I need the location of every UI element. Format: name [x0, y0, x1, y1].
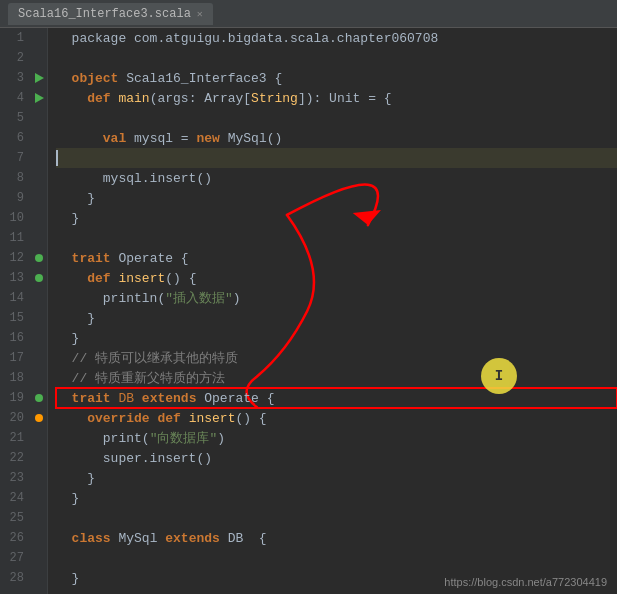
gutter-row: 11 — [0, 228, 47, 248]
token-plain: { — [181, 251, 189, 266]
line-indicator — [30, 394, 48, 402]
token-plain: } — [56, 491, 79, 506]
gutter-row: 10 — [0, 208, 47, 228]
token-cn: Operate — [118, 251, 180, 266]
gutter-row: 1 — [0, 28, 47, 48]
line-number: 17 — [0, 351, 30, 365]
line-number: 12 — [0, 251, 30, 265]
line-number: 7 — [0, 151, 30, 165]
token-tp2: String — [251, 91, 298, 106]
token-plain: = { — [360, 91, 391, 106]
code-line — [56, 48, 617, 68]
code-line: super.insert() — [56, 448, 617, 468]
title-bar: Scala16_Interface3.scala ✕ — [0, 0, 617, 28]
gutter-row: 19 — [0, 388, 47, 408]
gutter-row: 9 — [0, 188, 47, 208]
gutter-row: 4 — [0, 88, 47, 108]
code-line: // 特质重新父特质的方法 — [56, 368, 617, 388]
line-indicator — [30, 254, 48, 262]
editor: 1234567891011121314151617181920212223242… — [0, 28, 617, 594]
token-plain: = — [173, 131, 196, 146]
tab-label: Scala16_Interface3.scala — [18, 7, 191, 21]
line-number: 18 — [0, 371, 30, 385]
token-tp: Unit — [321, 91, 360, 106]
breakpoint-dot-icon[interactable] — [35, 254, 43, 262]
tab[interactable]: Scala16_Interface3.scala ✕ — [8, 3, 213, 25]
line-number: 23 — [0, 471, 30, 485]
token-kw: new — [196, 131, 227, 146]
token-plain: } — [56, 191, 95, 206]
token-plain: mysql.insert() — [56, 171, 212, 186]
token-str: "向数据库" — [150, 429, 218, 447]
line-number: 10 — [0, 211, 30, 225]
token-plain: { — [267, 391, 275, 406]
token-plain: println( — [56, 291, 165, 306]
line-number: 22 — [0, 451, 30, 465]
line-number: 28 — [0, 571, 30, 585]
code-line — [56, 548, 617, 568]
line-number: 11 — [0, 231, 30, 245]
gutter-row: 21 — [0, 428, 47, 448]
code-line — [56, 508, 617, 528]
gutter-row: 16 — [0, 328, 47, 348]
token-plain: : Array[ — [189, 91, 251, 106]
code-line: override def insert() { — [56, 408, 617, 428]
token-fn: insert — [189, 411, 236, 426]
line-number: 2 — [0, 51, 30, 65]
code-line: trait DB extends Operate { — [56, 388, 617, 408]
line-number: 16 — [0, 331, 30, 345]
line-indicator — [30, 414, 48, 422]
code-line: } — [56, 308, 617, 328]
token-cm: // 特质重新父特质的方法 — [56, 369, 225, 387]
code-line: object Scala16_Interface3 { — [56, 68, 617, 88]
token-kw: val — [103, 131, 134, 146]
code-line: def main(args: Array[String]): Unit = { — [56, 88, 617, 108]
line-number: 15 — [0, 311, 30, 325]
line-number: 24 — [0, 491, 30, 505]
gutter-row: 12 — [0, 248, 47, 268]
gutter-row: 7 — [0, 148, 47, 168]
token-plain: } — [56, 331, 79, 346]
code-line: print("向数据库") — [56, 428, 617, 448]
line-indicator — [30, 274, 48, 282]
code-line: } — [56, 188, 617, 208]
run-triangle-icon[interactable] — [35, 93, 44, 103]
code-lines: package com.atguigu.bigdata.scala.chapte… — [48, 28, 617, 588]
gutter-row: 22 — [0, 448, 47, 468]
token-plain: ) — [233, 291, 241, 306]
run-triangle-icon[interactable] — [35, 73, 44, 83]
token-plain: ]): — [298, 91, 321, 106]
gutter-row: 8 — [0, 168, 47, 188]
line-number: 3 — [0, 71, 30, 85]
line-number: 1 — [0, 31, 30, 45]
line-number: 6 — [0, 131, 30, 145]
token-plain: } — [56, 211, 79, 226]
code-line: } — [56, 488, 617, 508]
line-number: 26 — [0, 531, 30, 545]
token-plain: } — [56, 571, 79, 586]
breakpoint-dot-icon[interactable] — [35, 274, 43, 282]
token-cn: mysql — [134, 131, 173, 146]
token-kw: def — [56, 271, 118, 286]
code-area[interactable]: package com.atguigu.bigdata.scala.chapte… — [48, 28, 617, 594]
code-line: trait Operate { — [56, 248, 617, 268]
gutter-row: 14 — [0, 288, 47, 308]
gutter-row: 13 — [0, 268, 47, 288]
gutter-row: 18 — [0, 368, 47, 388]
token-plain — [56, 131, 103, 146]
code-line: def insert() { — [56, 268, 617, 288]
token-kw: extends — [142, 391, 204, 406]
line-number: 20 — [0, 411, 30, 425]
tab-close-icon[interactable]: ✕ — [197, 8, 203, 20]
token-plain: print( — [56, 431, 150, 446]
line-number: 21 — [0, 431, 30, 445]
gutter-row: 17 — [0, 348, 47, 368]
gutter-row: 25 — [0, 508, 47, 528]
line-number: 19 — [0, 391, 30, 405]
breakpoint-dot-icon[interactable] — [35, 394, 43, 402]
line-number: 25 — [0, 511, 30, 525]
token-cn: args — [157, 91, 188, 106]
breakpoint-dot-orange-icon[interactable] — [35, 414, 43, 422]
token-cn: DB — [228, 531, 244, 546]
token-fn: main — [118, 91, 149, 106]
